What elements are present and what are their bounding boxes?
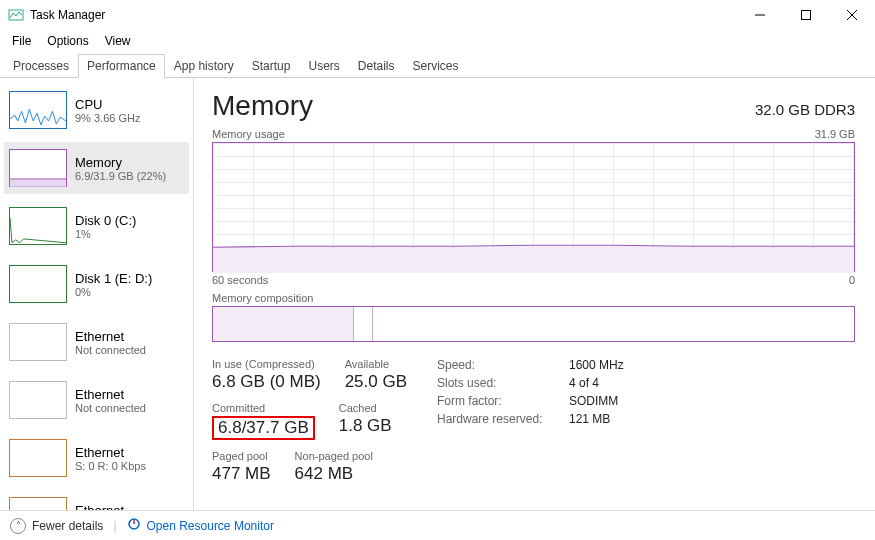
- menu-options[interactable]: Options: [39, 32, 96, 50]
- v-hwres: 121 MB: [569, 412, 610, 426]
- sidebar-label: Disk 0 (C:): [75, 213, 136, 228]
- tab-details[interactable]: Details: [349, 54, 404, 78]
- page-title: Memory: [212, 90, 313, 122]
- tab-performance[interactable]: Performance: [78, 54, 165, 78]
- comp-label: Memory composition: [212, 292, 313, 304]
- sidebar-card-eth0[interactable]: EthernetNot connected: [4, 316, 189, 368]
- v-speed: 1600 MHz: [569, 358, 624, 372]
- lbl-committed: Committed: [212, 402, 315, 414]
- footer: ˄ Fewer details | Open Resource Monitor: [0, 510, 875, 540]
- comp-in-use: [213, 307, 354, 341]
- sidebar-sub: Not connected: [75, 402, 146, 414]
- sidebar-card-eth3[interactable]: EthernetS: 0 R: 0 Kbps: [4, 490, 189, 510]
- app-icon: [8, 7, 24, 23]
- sidebar-card-disk0[interactable]: Disk 0 (C:)1%: [4, 200, 189, 252]
- sidebar-sub: 1%: [75, 228, 136, 240]
- lbl-inuse: In use (Compressed): [212, 358, 321, 370]
- lbl-paged: Paged pool: [212, 450, 271, 462]
- val-inuse: 6.8 GB (0 MB): [212, 372, 321, 392]
- val-nonpaged: 642 MB: [295, 464, 373, 484]
- sidebar-card-memory[interactable]: Memory6.9/31.9 GB (22%): [4, 142, 189, 194]
- sidebar-card-eth2[interactable]: EthernetS: 0 R: 0 Kbps: [4, 432, 189, 484]
- usage-label: Memory usage: [212, 128, 285, 140]
- chevron-up-icon[interactable]: ˄: [10, 518, 26, 534]
- sidebar-label: Memory: [75, 155, 166, 170]
- svg-rect-0: [9, 10, 23, 20]
- axis-left: 60 seconds: [212, 274, 268, 286]
- lbl-nonpaged: Non-paged pool: [295, 450, 373, 462]
- val-paged: 477 MB: [212, 464, 271, 484]
- val-available: 25.0 GB: [345, 372, 407, 392]
- sidebar-sub: 6.9/31.9 GB (22%): [75, 170, 166, 182]
- k-form: Form factor:: [437, 394, 557, 408]
- k-hwres: Hardware reserved:: [437, 412, 557, 426]
- maximize-button[interactable]: [783, 0, 829, 30]
- lbl-cached: Cached: [339, 402, 392, 414]
- close-button[interactable]: [829, 0, 875, 30]
- main-panel: Memory 32.0 GB DDR3 Memory usage 31.9 GB…: [194, 78, 875, 510]
- window-title: Task Manager: [30, 8, 737, 22]
- sidebar-sub: 0%: [75, 286, 152, 298]
- sidebar-sub: 9% 3.66 GHz: [75, 112, 140, 124]
- menu-file[interactable]: File: [4, 32, 39, 50]
- v-slots: 4 of 4: [569, 376, 599, 390]
- sidebar-card-cpu[interactable]: CPU9% 3.66 GHz: [4, 84, 189, 136]
- sidebar-label: Ethernet: [75, 329, 146, 344]
- memory-usage-graph: [212, 142, 855, 272]
- memory-composition-bar: [212, 306, 855, 342]
- sidebar-label: CPU: [75, 97, 140, 112]
- sidebar-label: Ethernet: [75, 445, 146, 460]
- titlebar: Task Manager: [0, 0, 875, 30]
- tab-startup[interactable]: Startup: [243, 54, 300, 78]
- mem-total: 32.0 GB DDR3: [755, 101, 855, 118]
- k-slots: Slots used:: [437, 376, 557, 390]
- tab-strip: Processes Performance App history Startu…: [0, 52, 875, 78]
- usage-max: 31.9 GB: [815, 128, 855, 140]
- menubar: File Options View: [0, 30, 875, 52]
- window-controls: [737, 0, 875, 30]
- svg-rect-2: [802, 11, 811, 20]
- val-cached: 1.8 GB: [339, 416, 392, 436]
- axis-right: 0: [849, 274, 855, 286]
- tab-app-history[interactable]: App history: [165, 54, 243, 78]
- minimize-button[interactable]: [737, 0, 783, 30]
- v-form: SODIMM: [569, 394, 618, 408]
- open-resmon-link[interactable]: Open Resource Monitor: [147, 519, 274, 533]
- sidebar-card-eth1[interactable]: EthernetNot connected: [4, 374, 189, 426]
- menu-view[interactable]: View: [97, 32, 139, 50]
- resmon-icon: [127, 517, 141, 534]
- sidebar: CPU9% 3.66 GHz Memory6.9/31.9 GB (22%) D…: [0, 78, 194, 510]
- tab-services[interactable]: Services: [404, 54, 468, 78]
- sidebar-sub: S: 0 R: 0 Kbps: [75, 460, 146, 472]
- k-speed: Speed:: [437, 358, 557, 372]
- sidebar-sub: Not connected: [75, 344, 146, 356]
- tab-processes[interactable]: Processes: [4, 54, 78, 78]
- fewer-details-link[interactable]: Fewer details: [32, 519, 103, 533]
- comp-modified: [354, 307, 373, 341]
- hw-details: Speed:1600 MHz Slots used:4 of 4 Form fa…: [437, 358, 624, 494]
- svg-marker-7: [213, 245, 854, 273]
- tab-users[interactable]: Users: [299, 54, 348, 78]
- sidebar-label: Ethernet: [75, 503, 146, 511]
- val-committed: 6.8/37.7 GB: [212, 416, 315, 440]
- sidebar-label: Ethernet: [75, 387, 146, 402]
- lbl-available: Available: [345, 358, 407, 370]
- task-manager-window: Task Manager File Options View Processes…: [0, 0, 875, 540]
- svg-rect-5: [10, 179, 66, 187]
- sidebar-label: Disk 1 (E: D:): [75, 271, 152, 286]
- sidebar-card-disk1[interactable]: Disk 1 (E: D:)0%: [4, 258, 189, 310]
